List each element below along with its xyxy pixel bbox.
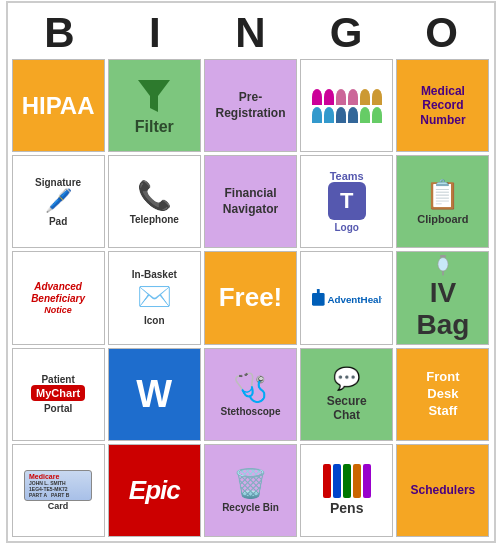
cell-word[interactable]: W [108,348,201,441]
cell-prereg[interactable]: Pre-Registration [204,59,297,152]
mrn-label: MedicalRecordNumber [420,84,465,127]
pens-icons [323,464,371,498]
sig-topline: Signature [35,177,81,188]
header-n: N [203,7,299,59]
cell-securechat[interactable]: 💬 SecureChat [300,348,393,441]
cell-pens[interactable]: Pens [300,444,393,537]
header-o: O [394,7,490,59]
mychart-toplabel: Patient [41,374,74,385]
filter-label: Filter [135,118,174,136]
securechat-icon: 💬 [333,366,360,392]
bingo-card: B I N G O HIPAA Filter Pre-Registration … [6,1,496,543]
prereg-label: Pre-Registration [215,90,285,121]
teams-icon: T [328,182,366,220]
svg-point-5 [438,258,448,272]
bingo-header: B I N G O [12,7,490,59]
cell-inbasket[interactable]: In-Basket ✉️ Icon [108,251,201,344]
clipboard-label: Clipboard [417,213,468,225]
cell-filter[interactable]: Filter [108,59,201,152]
hipaa-label: HIPAA [22,92,95,120]
cell-advanced-beneficiary[interactable]: AdvancedBeneficiary Notice [12,251,105,344]
teams-toplabel: Teams [330,170,364,182]
ivbag-icon [428,255,458,276]
phone-icon: 📞 [137,179,172,212]
recyclebin-label: Recycle Bin [222,502,279,513]
cell-free[interactable]: Free! [204,251,297,344]
telephone-label: Telephone [130,214,179,225]
cell-hipaa[interactable]: HIPAA [12,59,105,152]
pens-label: Pens [330,500,363,516]
sig-bottomline: Pad [49,216,67,227]
cell-ivbag[interactable]: IVBag [396,251,489,344]
schedulers-label: Schedulers [411,483,476,497]
bingo-grid: HIPAA Filter Pre-Registration MedicalRec… [12,59,490,537]
medicare-label: Card [48,501,69,511]
ribbon-container [304,85,389,127]
clipboard-icon: 📋 [425,178,460,211]
word-icon: W [136,373,172,416]
mychart-bottomlabel: Portal [44,403,72,414]
stethoscope-icon: 🩺 [233,371,268,404]
inbasket-toplabel: In-Basket [132,269,177,280]
cell-mychart[interactable]: Patient MyChart Portal [12,348,105,441]
header-b: B [12,7,108,59]
svg-marker-0 [138,80,170,112]
cell-clipboard[interactable]: 📋 Clipboard [396,155,489,248]
svg-text:AdventHealth: AdventHealth [327,294,382,305]
cell-telephone[interactable]: 📞 Telephone [108,155,201,248]
sig-icon: 🖊️ [45,188,72,214]
header-i: I [107,7,203,59]
recycle-icon: 🗑️ [233,467,268,500]
svg-rect-4 [440,255,446,258]
advanced-label: AdvancedBeneficiary [31,281,85,305]
securechat-label: SecureChat [327,394,367,422]
cell-adventhealth[interactable]: AdventHealth [300,251,393,344]
cell-recyclebin[interactable]: 🗑️ Recycle Bin [204,444,297,537]
cell-financial-navigator[interactable]: FinancialNavigator [204,155,297,248]
envelope-icon: ✉️ [137,280,172,313]
cell-mrn[interactable]: MedicalRecordNumber [396,59,489,152]
medicare-card-image: Medicare JOHN L. SMITH 1EG4-TE5-MK72 PAR… [24,470,92,501]
cell-medicare-card[interactable]: Medicare JOHN L. SMITH 1EG4-TE5-MK72 PAR… [12,444,105,537]
cell-teams[interactable]: Teams T Logo [300,155,393,248]
cell-epic[interactable]: Epic [108,444,201,537]
frontdesk-label: FrontDeskStaff [426,369,459,420]
financialnav-label: FinancialNavigator [223,186,278,217]
svg-rect-2 [317,289,320,302]
inbasket-bottomlabel: Icon [144,315,165,326]
adventhealth-logo: AdventHealth [312,284,382,312]
svg-rect-6 [442,271,444,275]
cell-frontdesk-staff[interactable]: FrontDeskStaff [396,348,489,441]
cell-stethoscope[interactable]: 🩺 Stethoscope [204,348,297,441]
teams-bottomlabel: Logo [334,222,358,233]
cell-signature[interactable]: Signature 🖊️ Pad [12,155,105,248]
free-label: Free! [219,282,283,313]
stethoscope-label: Stethoscope [220,406,280,417]
epic-label: Epic [129,475,180,506]
cell-schedulers[interactable]: Schedulers [396,444,489,537]
header-g: G [298,7,394,59]
advanced-sublabel: Notice [44,305,72,315]
mychart-logo: MyChart [31,385,85,401]
ivbag-label: IVBag [416,277,469,341]
filter-icon [134,76,174,116]
cell-ribbon[interactable] [300,59,393,152]
